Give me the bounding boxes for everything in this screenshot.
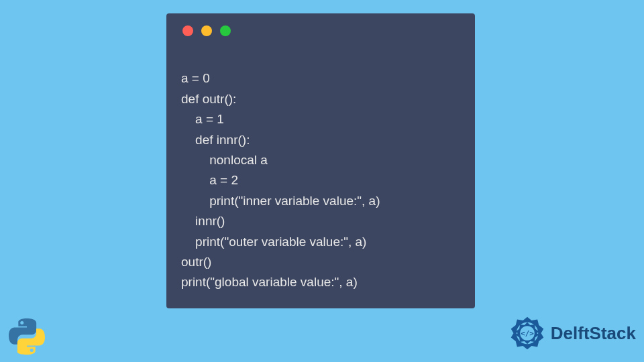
code-block: a = 0 def outr(): a = 1 def innr(): nonl…: [181, 48, 460, 293]
code-line: print("inner variable value:", a): [181, 194, 380, 208]
code-window: a = 0 def outr(): a = 1 def innr(): nonl…: [166, 13, 475, 308]
code-line: def innr():: [181, 133, 250, 147]
window-controls: [182, 25, 460, 36]
code-line: nonlocal a: [181, 153, 268, 167]
maximize-icon: [220, 25, 231, 36]
svg-text:</>: </>: [521, 329, 534, 338]
code-line: print("global variable value:", a): [181, 275, 358, 289]
code-line: print("outer variable value:", a): [181, 235, 366, 249]
code-line: outr(): [181, 255, 211, 269]
delftstack-icon: </>: [509, 315, 545, 351]
code-line: a = 0: [181, 71, 210, 85]
code-line: a = 1: [181, 112, 224, 126]
code-line: a = 2: [181, 173, 238, 187]
python-logo-icon: [8, 318, 46, 355]
code-line: def outr():: [181, 92, 236, 106]
delftstack-logo: </> DelftStack: [509, 315, 636, 351]
minimize-icon: [201, 25, 212, 36]
delftstack-text: DelftStack: [551, 323, 636, 344]
close-icon: [182, 25, 193, 36]
code-line: innr(): [181, 214, 225, 228]
